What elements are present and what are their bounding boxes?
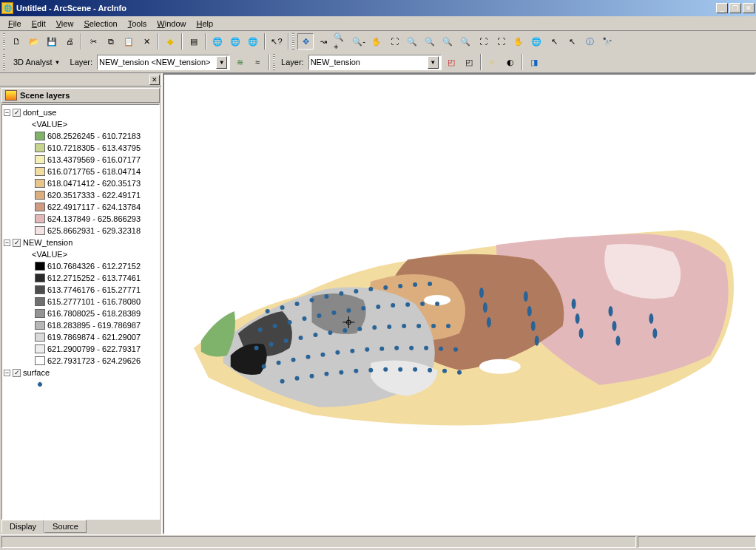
toolbar-grip[interactable] — [3, 33, 5, 50]
class-row[interactable]: 613.7746176 - 615.27771 — [4, 284, 158, 296]
identify-button[interactable]: ⓘ — [581, 33, 598, 50]
class-row[interactable]: 618.283895 - 619.786987 — [4, 319, 158, 331]
find-button[interactable]: 🔭 — [599, 33, 615, 50]
target-button[interactable]: ⛶ — [386, 33, 402, 50]
zoom-selected-button[interactable]: ⛶ — [493, 33, 509, 50]
zoom-in-button[interactable]: 🔍+ — [333, 33, 349, 50]
class-label: 616.0717765 - 618.04714 — [47, 167, 141, 176]
toc-close-button[interactable]: ✕ — [149, 75, 160, 85]
menu-view[interactable]: View — [51, 18, 79, 30]
prev-zoom-button[interactable]: 🔍 — [404, 33, 420, 50]
layer-checkbox[interactable] — [13, 109, 21, 117]
layer-tree[interactable]: − dont_use<VALUE> 608.2526245 - 610.7218… — [1, 104, 160, 520]
class-row[interactable]: 622.4917117 - 624.13784 — [4, 201, 158, 213]
navigate-button[interactable]: ✥ — [297, 33, 314, 50]
class-row[interactable]: 619.7869874 - 621.29007 — [4, 331, 158, 343]
layer-row[interactable]: − NEW_tension — [4, 237, 158, 248]
tool-a-button[interactable]: ◰ — [443, 54, 459, 70]
class-row[interactable]: 625.8662931 - 629.32318 — [4, 225, 158, 237]
globe-button[interactable]: 🌐 — [528, 33, 544, 50]
delete-button[interactable]: ✕ — [138, 33, 155, 50]
layer-checkbox[interactable] — [13, 239, 21, 247]
class-row[interactable]: 624.137849 - 625.866293 — [4, 213, 158, 225]
menu-selection[interactable]: Selection — [78, 18, 122, 30]
tab-display[interactable]: Display — [1, 520, 44, 533]
class-row[interactable]: 608.2526245 - 610.72183 — [4, 130, 158, 142]
tool-e-button[interactable]: ◨ — [526, 54, 542, 70]
close-button[interactable]: ✕ — [743, 3, 755, 13]
new-button[interactable]: 🗋 — [8, 33, 24, 50]
menu-file[interactable]: File — [3, 18, 27, 30]
3d-analyst-dropdown[interactable]: 3D Analyst ▼ — [8, 55, 66, 69]
minimize-button[interactable]: _ — [716, 3, 728, 13]
menu-edit[interactable]: Edit — [27, 18, 51, 30]
cut-button[interactable]: ✂ — [85, 33, 101, 50]
class-row[interactable]: 616.7808025 - 618.28389 — [4, 308, 158, 319]
toolbar-grip[interactable] — [3, 54, 5, 70]
center-button[interactable]: ✋ — [368, 33, 385, 50]
interpolate-button[interactable]: ≋ — [232, 54, 248, 70]
class-row[interactable]: 616.0717765 - 618.04714 — [4, 166, 158, 177]
class-row[interactable]: 615.2777101 - 616.78080 — [4, 296, 158, 308]
select-features-button[interactable]: ↖ — [546, 33, 562, 50]
add-data-button[interactable]: ◆ — [162, 33, 178, 50]
arccatalog-button[interactable]: 🌐 — [209, 33, 226, 50]
maximize-button[interactable]: ❐ — [729, 3, 741, 13]
svg-point-68 — [487, 317, 491, 327]
pan-button[interactable]: ✋ — [510, 33, 527, 50]
svg-point-57 — [339, 370, 343, 375]
symbol-row[interactable] — [4, 378, 158, 390]
layer-row[interactable]: − dont_use — [4, 106, 158, 118]
tool-c-button[interactable]: ○ — [485, 54, 501, 70]
svg-point-48 — [394, 346, 399, 350]
toc-button[interactable]: ▤ — [186, 33, 202, 50]
layer-row[interactable]: − surface — [4, 367, 158, 378]
chevron-down-icon[interactable]: ▼ — [216, 56, 227, 69]
tool-d-button[interactable]: ◐ — [502, 54, 519, 70]
toolbar-grip[interactable] — [292, 33, 294, 50]
next-zoom-button[interactable]: 🔍 — [422, 33, 438, 50]
copy-button[interactable]: ⧉ — [103, 33, 119, 50]
zoom-out-button[interactable]: 🔍- — [351, 33, 367, 50]
fly-button[interactable]: ↝ — [315, 33, 331, 50]
layer-input[interactable] — [99, 56, 216, 69]
expand-icon[interactable]: − — [4, 370, 10, 376]
layer2-combo[interactable]: ▼ — [308, 55, 442, 70]
arcmap-button[interactable]: 🌐 — [227, 33, 243, 50]
layer-checkbox[interactable] — [13, 369, 21, 377]
class-row[interactable]: 620.3517333 - 622.49171 — [4, 189, 158, 201]
class-row[interactable]: 610.7218305 - 613.43795 — [4, 142, 158, 154]
class-row[interactable]: 621.2900799 - 622.79317 — [4, 343, 158, 355]
class-row[interactable]: 612.2715252 - 613.77461 — [4, 272, 158, 284]
toolbar-grip[interactable] — [273, 54, 275, 70]
svg-point-7 — [368, 287, 373, 291]
layer-combo[interactable]: ▼ — [97, 55, 230, 70]
arctoolbox-button[interactable]: 🌐 — [245, 33, 261, 50]
save-button[interactable]: 💾 — [44, 33, 60, 50]
open-button[interactable]: 📂 — [26, 33, 42, 50]
class-row[interactable]: 618.0471412 - 620.35173 — [4, 177, 158, 189]
expand-icon[interactable]: − — [4, 240, 10, 246]
menu-window[interactable]: Window — [152, 18, 191, 30]
color-swatch — [35, 203, 45, 211]
expand-fov-button[interactable]: 🔍 — [457, 33, 473, 50]
tab-source[interactable]: Source — [44, 520, 87, 533]
help-pointer-button[interactable]: ↖? — [269, 33, 285, 50]
menu-tools[interactable]: Tools — [123, 18, 152, 30]
3d-scene-view[interactable] — [163, 73, 756, 534]
full-extent-button[interactable]: ⛶ — [475, 33, 491, 50]
expand-icon[interactable]: − — [4, 109, 10, 116]
class-row[interactable]: 622.7931723 - 624.29626 — [4, 355, 158, 367]
print-button[interactable]: 🖨 — [61, 33, 78, 50]
menu-help[interactable]: Help — [191, 18, 218, 30]
class-row[interactable]: 613.4379569 - 616.07177 — [4, 154, 158, 166]
class-row[interactable]: 610.7684326 - 612.27152 — [4, 260, 158, 272]
statusbar — [0, 534, 756, 548]
tool-b-button[interactable]: ◰ — [461, 54, 477, 70]
contour-button[interactable]: ≈ — [249, 54, 266, 70]
layer2-input[interactable] — [311, 56, 428, 69]
pointer-button[interactable]: ↖ — [564, 33, 580, 50]
paste-button[interactable]: 📋 — [121, 33, 137, 50]
narrow-fov-button[interactable]: 🔍 — [439, 33, 456, 50]
chevron-down-icon[interactable]: ▼ — [428, 56, 439, 69]
